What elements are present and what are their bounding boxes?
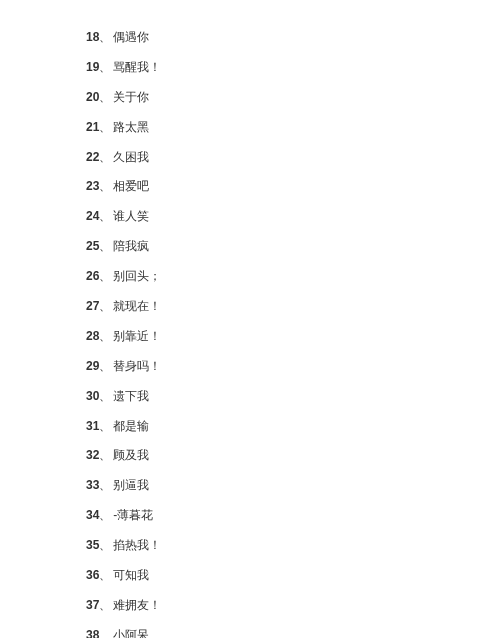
item-separator: 、	[99, 508, 111, 522]
item-text: 别靠近！	[113, 329, 161, 343]
item-text: 偶遇你	[113, 30, 149, 44]
item-text: 关于你	[113, 90, 149, 104]
item-separator: 、	[99, 389, 111, 403]
list-item: 32、顾及我	[86, 448, 500, 462]
item-text: 都是输	[113, 419, 149, 433]
list-item: 24、谁人笑	[86, 209, 500, 223]
list-item: 30、遗下我	[86, 389, 500, 403]
item-text: 小阿呆	[113, 628, 149, 638]
list-item: 19、骂醒我！	[86, 60, 500, 74]
list-item: 27、就现在！	[86, 299, 500, 313]
list-item: 34、-薄暮花	[86, 508, 500, 522]
item-number: 18	[86, 30, 99, 44]
list-item: 26、别回头；	[86, 269, 500, 283]
item-text: 相爱吧	[113, 179, 149, 193]
item-number: 20	[86, 90, 99, 104]
item-text: -薄暮花	[113, 508, 153, 522]
item-number: 22	[86, 150, 99, 164]
item-separator: 、	[99, 209, 111, 223]
item-text: 谁人笑	[113, 209, 149, 223]
list-item: 21、路太黑	[86, 120, 500, 134]
list-item: 23、相爱吧	[86, 179, 500, 193]
item-separator: 、	[99, 179, 111, 193]
list-item: 35、掐热我！	[86, 538, 500, 552]
item-text: 别回头；	[113, 269, 161, 283]
item-text: 遗下我	[113, 389, 149, 403]
item-number: 19	[86, 60, 99, 74]
item-separator: 、	[99, 568, 111, 582]
list-item: 22、久困我	[86, 150, 500, 164]
item-separator: 、	[99, 478, 111, 492]
list-item: 25、陪我疯	[86, 239, 500, 253]
item-separator: 、	[99, 538, 111, 552]
item-text: 久困我	[113, 150, 149, 164]
item-number: 30	[86, 389, 99, 403]
item-number: 25	[86, 239, 99, 253]
item-text: 替身吗！	[113, 359, 161, 373]
item-number: 29	[86, 359, 99, 373]
item-separator: 、	[99, 329, 111, 343]
list-item: 29、替身吗！	[86, 359, 500, 373]
item-separator: 、	[99, 419, 111, 433]
item-text: 路太黑	[113, 120, 149, 134]
list-item: 31、都是输	[86, 419, 500, 433]
numbered-list: 18、偶遇你19、骂醒我！20、关于你21、路太黑22、久困我23、相爱吧24、…	[86, 30, 500, 638]
item-text: 掐热我！	[113, 538, 161, 552]
item-number: 33	[86, 478, 99, 492]
item-separator: 、	[99, 239, 111, 253]
item-separator: 、	[99, 60, 111, 74]
item-number: 36	[86, 568, 99, 582]
list-item: 20、关于你	[86, 90, 500, 104]
list-item: 28、别靠近！	[86, 329, 500, 343]
item-number: 34	[86, 508, 99, 522]
item-text: 骂醒我！	[113, 60, 161, 74]
item-text: 顾及我	[113, 448, 149, 462]
document-page: 18、偶遇你19、骂醒我！20、关于你21、路太黑22、久困我23、相爱吧24、…	[0, 0, 500, 638]
item-separator: 、	[99, 359, 111, 373]
item-separator: 、	[99, 598, 111, 612]
item-number: 31	[86, 419, 99, 433]
item-number: 32	[86, 448, 99, 462]
item-text: 可知我	[113, 568, 149, 582]
list-item: 37、难拥友！	[86, 598, 500, 612]
item-number: 26	[86, 269, 99, 283]
list-item: 18、偶遇你	[86, 30, 500, 44]
item-text: 难拥友！	[113, 598, 161, 612]
item-separator: 、	[99, 30, 111, 44]
list-item: 33、别逼我	[86, 478, 500, 492]
item-number: 21	[86, 120, 99, 134]
item-separator: 、	[99, 150, 111, 164]
item-separator: 、	[99, 448, 111, 462]
item-text: 就现在！	[113, 299, 161, 313]
item-number: 27	[86, 299, 99, 313]
item-separator: 、	[99, 120, 111, 134]
item-number: 24	[86, 209, 99, 223]
item-separator: 、	[99, 628, 111, 638]
item-number: 23	[86, 179, 99, 193]
item-separator: 、	[99, 299, 111, 313]
item-text: 别逼我	[113, 478, 149, 492]
item-separator: 、	[99, 269, 111, 283]
item-number: 37	[86, 598, 99, 612]
item-number: 28	[86, 329, 99, 343]
item-number: 35	[86, 538, 99, 552]
list-item: 38、小阿呆	[86, 628, 500, 638]
item-separator: 、	[99, 90, 111, 104]
item-text: 陪我疯	[113, 239, 149, 253]
list-item: 36、可知我	[86, 568, 500, 582]
item-number: 38	[86, 628, 99, 638]
